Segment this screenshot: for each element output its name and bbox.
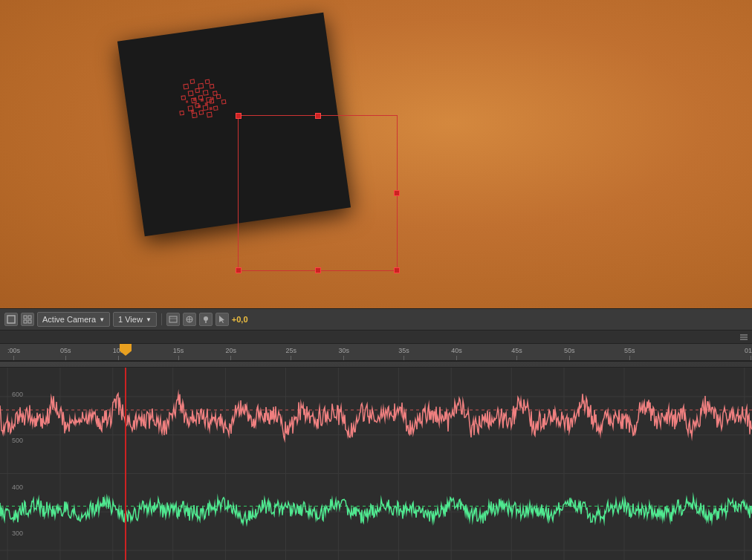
view-dropdown-arrow: ▼	[146, 316, 152, 323]
y-axis-label: 600	[0, 391, 26, 398]
y-axis-label: 300	[0, 530, 26, 537]
svg-rect-0	[184, 84, 189, 89]
svg-rect-18	[207, 112, 212, 117]
scrub-bg	[0, 362, 752, 367]
y-axis: 600500400300	[0, 368, 26, 560]
ruler-mark: 01:0	[745, 347, 752, 360]
svg-rect-7	[210, 84, 214, 88]
y-axis-label: 500	[0, 437, 26, 444]
viewport-background	[0, 0, 752, 308]
grid-icon[interactable]	[21, 313, 34, 326]
timeline-area: :00s05s10s15s20s25s30s35s40s45s50s55s01:…	[0, 331, 752, 560]
svg-rect-29	[191, 109, 195, 113]
render-icon[interactable]	[166, 313, 180, 326]
waveform-canvas	[0, 368, 752, 560]
svg-rect-20	[216, 94, 221, 99]
scene-icon[interactable]	[183, 313, 196, 326]
ruler-mark: 30s	[338, 347, 349, 360]
svg-rect-35	[24, 320, 27, 323]
svg-rect-3	[205, 79, 210, 84]
ruler-mark: 20s	[226, 347, 237, 360]
pin-icon[interactable]	[199, 313, 213, 326]
svg-rect-16	[192, 113, 197, 118]
svg-rect-31	[186, 100, 188, 102]
svg-rect-4	[188, 91, 193, 96]
svg-rect-21	[221, 100, 226, 104]
svg-rect-36	[28, 320, 31, 323]
timeline-ruler[interactable]: :00s05s10s15s20s25s30s35s40s45s50s55s01:…	[0, 344, 752, 362]
svg-rect-14	[203, 105, 208, 111]
ruler-mark: 25s	[286, 347, 297, 360]
cursor-icon[interactable]	[215, 313, 229, 326]
ruler-mark: 05s	[60, 347, 71, 360]
dark-square-object	[117, 13, 351, 236]
svg-rect-27	[205, 102, 209, 106]
viewport-toolbar: Active Camera ▼ 1 View ▼ +0,0	[0, 308, 752, 331]
ruler-mark: 50s	[564, 347, 575, 360]
svg-rect-2	[198, 83, 204, 88]
ruler-mark: 55s	[624, 347, 635, 360]
offset-value: +0,0	[232, 315, 248, 324]
ruler-wrapper[interactable]: :00s05s10s15s20s25s30s35s40s45s50s55s01:…	[0, 344, 752, 362]
view-label: 1 View	[118, 315, 143, 324]
ruler-mark: :00s	[7, 347, 20, 360]
svg-rect-19	[213, 106, 218, 111]
graph-wrapper: 600500400300	[0, 368, 752, 560]
svg-rect-6	[203, 91, 208, 96]
svg-rect-17	[199, 111, 204, 115]
ruler-mark: 15s	[173, 347, 184, 360]
camera-dropdown-arrow: ▼	[99, 316, 105, 323]
svg-rect-22	[181, 96, 186, 100]
svg-rect-32	[7, 316, 15, 323]
border-icon[interactable]	[4, 313, 18, 326]
svg-rect-5	[195, 88, 200, 93]
svg-point-42	[204, 316, 208, 321]
svg-marker-44	[219, 316, 224, 323]
time-indicator[interactable]	[125, 344, 126, 362]
y-axis-label: 400	[0, 484, 26, 491]
ruler-mark: 45s	[511, 347, 522, 360]
camera-dropdown[interactable]: Active Camera ▼	[37, 312, 110, 327]
divider-1	[161, 313, 162, 325]
svg-rect-33	[24, 316, 27, 319]
camera-label: Active Camera	[42, 315, 96, 324]
svg-rect-1	[190, 79, 195, 84]
svg-rect-34	[28, 316, 31, 319]
viewport	[0, 0, 752, 308]
svg-rect-28	[209, 107, 213, 111]
ruler-mark: 40s	[451, 347, 462, 360]
timeline-options-menu[interactable]	[739, 332, 749, 342]
svg-rect-37	[169, 316, 177, 322]
timeline-wrapper: :00s05s10s15s20s25s30s35s40s45s50s55s01:…	[0, 331, 752, 560]
graph-playhead	[125, 368, 126, 560]
ruler-mark: 35s	[398, 347, 409, 360]
svg-rect-23	[180, 111, 184, 115]
timeline-options-bar	[0, 331, 752, 344]
svg-rect-25	[201, 98, 204, 102]
view-dropdown[interactable]: 1 View ▼	[113, 312, 157, 327]
svg-rect-30	[212, 97, 214, 99]
scrub-bar[interactable]	[0, 362, 752, 368]
tracking-markers	[159, 59, 267, 161]
svg-rect-26	[198, 105, 201, 108]
svg-rect-24	[193, 98, 197, 102]
